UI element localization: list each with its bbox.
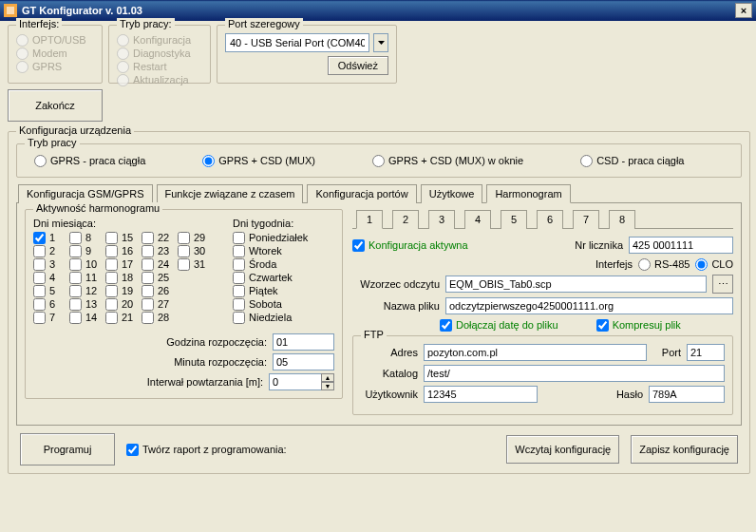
day-27[interactable]: 27 (142, 297, 174, 311)
refresh-button[interactable]: Odśwież (328, 56, 388, 75)
chk-raport[interactable]: Twórz raport z programowania: (126, 443, 287, 456)
schedule-subtabs: 1 2 3 4 5 6 7 8 (352, 209, 733, 229)
day-2[interactable]: 2 (33, 244, 66, 257)
ftp-port-input[interactable] (687, 344, 725, 361)
tab-uzytkowe[interactable]: Użytkowe (421, 184, 483, 203)
ftp-adres-input[interactable] (424, 344, 647, 361)
zakoncz-button[interactable]: Zakończ (8, 89, 103, 122)
subtab-1[interactable]: 1 (356, 210, 383, 229)
dow-nd[interactable]: Niedziela (233, 311, 308, 324)
day-17[interactable]: 17 (105, 257, 138, 271)
subtab-7[interactable]: 7 (573, 210, 599, 229)
ftp-user-input[interactable] (424, 386, 538, 403)
day-21[interactable]: 21 (105, 311, 138, 324)
radio-konfiguracja[interactable]: Konfiguracja (117, 33, 202, 47)
dow-sr[interactable]: Środa (233, 257, 308, 271)
radio-clo[interactable]: CLO (695, 257, 733, 271)
subtab-8[interactable]: 8 (609, 210, 635, 229)
tab-gsm[interactable]: Konfiguracja GSM/GPRS (18, 184, 153, 203)
day-8[interactable]: 8 (69, 231, 102, 244)
day-25[interactable]: 25 (142, 271, 174, 284)
close-button[interactable]: × (735, 3, 752, 18)
radio-modem[interactable]: Modem (16, 47, 94, 60)
min-input[interactable] (273, 353, 334, 370)
browse-button[interactable]: ⋯ (712, 275, 733, 294)
day-of-month-grid: 1815222929162330310172431411182551219266… (33, 231, 210, 324)
subtab-2[interactable]: 2 (392, 210, 419, 229)
day-12[interactable]: 12 (69, 284, 102, 297)
chk-date[interactable]: Dołączaj datę do pliku (440, 318, 558, 332)
day-14[interactable]: 14 (69, 311, 102, 324)
day-15[interactable]: 15 (105, 231, 138, 244)
harmonogram-body: Aktywność harmonogramu Dni miesiąca: 181… (16, 203, 742, 426)
dow-pt[interactable]: Piątek (233, 284, 308, 297)
radio-diagnostyka[interactable]: Diagnostyka (117, 47, 202, 60)
day-18[interactable]: 18 (105, 271, 138, 284)
day-3[interactable]: 3 (33, 257, 66, 271)
interw-input[interactable] (269, 373, 321, 390)
tab-czas[interactable]: Funkcje związane z czasem (157, 184, 304, 203)
dow-pon[interactable]: Poniedziałek (233, 231, 308, 244)
chk-compress[interactable]: Kompresuj plik (596, 318, 681, 332)
day-11[interactable]: 11 (69, 271, 102, 284)
godz-input[interactable] (273, 333, 334, 351)
ftp-haslo-input[interactable] (649, 386, 725, 403)
subtab-3[interactable]: 3 (428, 210, 455, 229)
tab-harmonogram[interactable]: Harmonogram (486, 184, 570, 203)
day-26[interactable]: 26 (142, 284, 174, 297)
day-5[interactable]: 5 (33, 284, 66, 297)
radio-aktualizacja[interactable]: Aktualizacja (117, 73, 202, 86)
day-30[interactable]: 30 (178, 244, 210, 257)
day-28[interactable]: 28 (142, 311, 174, 324)
radio-csd-ciagla[interactable]: CSD - praca ciągła (580, 154, 684, 167)
port-combo-dropdown[interactable] (373, 33, 388, 52)
chk-aktywna[interactable]: Konfiguracja aktywna (352, 238, 468, 252)
programuj-button[interactable]: Programuj (20, 433, 115, 466)
day-13[interactable]: 13 (69, 297, 102, 311)
dow-wt[interactable]: Wtorek (233, 244, 308, 257)
dow-sb[interactable]: Sobota (233, 297, 308, 311)
tab-porty[interactable]: Konfiguracja portów (307, 184, 416, 203)
day-24[interactable]: 24 (142, 257, 174, 271)
dni-tygodnia-label: Dni tygodnia: (233, 218, 308, 229)
ellipsis-icon: ⋯ (718, 278, 728, 291)
radio-restart[interactable]: Restart (117, 60, 202, 73)
day-4[interactable]: 4 (33, 271, 66, 284)
ftp-haslo-label: Hasło (605, 389, 643, 400)
dow-cz[interactable]: Czwartek (233, 271, 308, 284)
day-6[interactable]: 6 (33, 297, 66, 311)
radio-gprs[interactable]: GPRS (16, 60, 94, 73)
day-1[interactable]: 1 (33, 231, 66, 244)
nr-input[interactable] (629, 237, 733, 254)
day-29[interactable]: 29 (178, 231, 210, 244)
min-label: Minuta rozpoczęcia: (174, 356, 267, 368)
day-16[interactable]: 16 (105, 244, 138, 257)
radio-opto[interactable]: OPTO/USB (16, 33, 94, 47)
day-10[interactable]: 10 (69, 257, 102, 271)
nazwa-input[interactable] (445, 297, 733, 314)
day-7[interactable]: 7 (33, 311, 66, 324)
subtab-5[interactable]: 5 (501, 210, 527, 229)
subtab-6[interactable]: 6 (537, 210, 563, 229)
day-22[interactable]: 22 (142, 231, 174, 244)
radio-gprs-csd-okno[interactable]: GPRS + CSD (MUX) w oknie (372, 154, 523, 167)
day-9[interactable]: 9 (69, 244, 102, 257)
wczytaj-button[interactable]: Wczytaj konfigurację (506, 435, 619, 464)
spin-down[interactable]: ▼ (321, 382, 334, 390)
zapisz-button[interactable]: Zapisz konfigurację (631, 435, 738, 464)
wzorzec-input[interactable] (445, 276, 707, 293)
day-20[interactable]: 20 (105, 297, 138, 311)
dni-miesiaca-label: Dni miesiąca: (33, 218, 210, 229)
radio-gprs-ciagla[interactable]: GPRS - praca ciągła (34, 154, 145, 167)
day-23[interactable]: 23 (142, 244, 174, 257)
subtab-4[interactable]: 4 (464, 210, 491, 229)
ftp-katalog-input[interactable] (424, 365, 725, 382)
day-19[interactable]: 19 (105, 284, 138, 297)
radio-rs485[interactable]: RS-485 (638, 257, 690, 271)
radio-gprs-csd-mux[interactable]: GPRS + CSD (MUX) (202, 154, 315, 167)
day-blank (178, 297, 210, 311)
spin-up[interactable]: ▲ (321, 373, 334, 382)
port-combo[interactable] (225, 33, 369, 52)
day-31[interactable]: 31 (178, 257, 210, 271)
window-title: GT Konfigurator v. 01.03 (22, 5, 735, 16)
